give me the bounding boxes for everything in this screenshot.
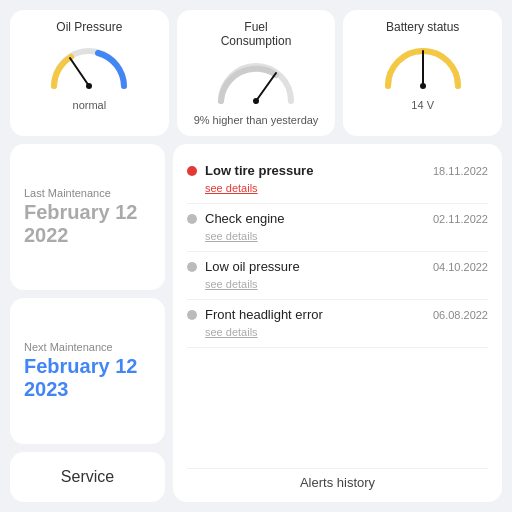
alert-item: Check engine see details 02.11.2022	[187, 204, 488, 252]
alerts-history-label: Alerts history	[187, 468, 488, 490]
last-maintenance-label: Last Maintenance	[24, 187, 151, 199]
svg-point-3	[253, 98, 259, 104]
alert-name: Low tire pressure	[205, 163, 425, 178]
alert-content: Front headlight error see details	[205, 307, 425, 340]
svg-point-5	[420, 83, 426, 89]
alert-date: 18.11.2022	[433, 165, 488, 177]
bottom-row: Last Maintenance February 12 2022 Next M…	[10, 144, 502, 502]
next-maintenance-card: Next Maintenance February 12 2023	[10, 298, 165, 444]
alert-dot-inactive	[187, 214, 197, 224]
alert-details-link[interactable]: see details	[205, 278, 258, 290]
alert-name: Front headlight error	[205, 307, 425, 322]
battery-status-title: Battery status	[386, 20, 459, 34]
alert-content: Low oil pressure see details	[205, 259, 425, 292]
svg-line-0	[70, 58, 89, 86]
battery-status-gauge	[378, 38, 468, 93]
fuel-consumption-gauge	[211, 53, 301, 108]
left-column: Last Maintenance February 12 2022 Next M…	[10, 144, 165, 502]
fuel-consumption-title: FuelConsumption	[221, 20, 292, 49]
alert-date: 06.08.2022	[433, 309, 488, 321]
svg-line-2	[256, 73, 276, 101]
alert-item: Low oil pressure see details 04.10.2022	[187, 252, 488, 300]
gauges-row: Oil Pressure normal FuelConsumption	[10, 10, 502, 136]
alert-item: Low tire pressure see details 18.11.2022	[187, 156, 488, 204]
service-label: Service	[61, 468, 114, 486]
alert-dot-inactive	[187, 262, 197, 272]
alert-name: Check engine	[205, 211, 425, 226]
svg-point-1	[86, 83, 92, 89]
alert-details-link[interactable]: see details	[205, 230, 258, 242]
oil-pressure-label: normal	[73, 99, 107, 111]
alert-name: Low oil pressure	[205, 259, 425, 274]
alert-content: Low tire pressure see details	[205, 163, 425, 196]
alert-dot-active	[187, 166, 197, 176]
oil-pressure-title: Oil Pressure	[56, 20, 122, 34]
alert-date: 04.10.2022	[433, 261, 488, 273]
service-card[interactable]: Service	[10, 452, 165, 502]
last-maintenance-date: February 12 2022	[24, 201, 151, 247]
alerts-card: Low tire pressure see details 18.11.2022…	[173, 144, 502, 502]
alert-date: 02.11.2022	[433, 213, 488, 225]
last-maintenance-card: Last Maintenance February 12 2022	[10, 144, 165, 290]
alert-content: Check engine see details	[205, 211, 425, 244]
fuel-consumption-card: FuelConsumption 9% higher than yesterday	[177, 10, 336, 136]
fuel-consumption-label: 9% higher than yesterday	[194, 114, 319, 126]
oil-pressure-card: Oil Pressure normal	[10, 10, 169, 136]
battery-status-card: Battery status 14 V	[343, 10, 502, 136]
alert-dot-inactive	[187, 310, 197, 320]
next-maintenance-label: Next Maintenance	[24, 341, 151, 353]
battery-status-label: 14 V	[411, 99, 434, 111]
alert-item: Front headlight error see details 06.08.…	[187, 300, 488, 348]
alert-details-link[interactable]: see details	[205, 326, 258, 338]
alert-details-link[interactable]: see details	[205, 182, 258, 194]
oil-pressure-gauge	[44, 38, 134, 93]
next-maintenance-date: February 12 2023	[24, 355, 151, 401]
